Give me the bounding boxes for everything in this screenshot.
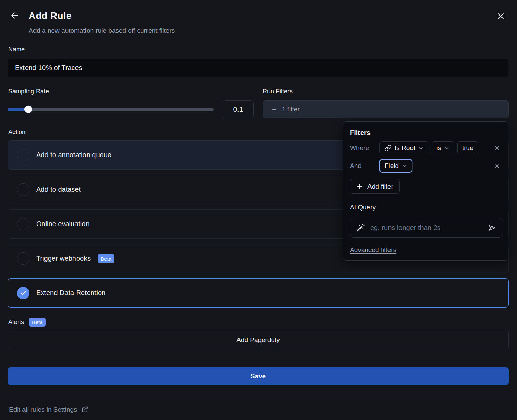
sampling-slider-row: 0.1 — [8, 100, 254, 118]
sampling-rate-label: Sampling Rate — [8, 88, 254, 95]
radio-unchecked[interactable] — [17, 183, 29, 196]
filter-operator-dropdown[interactable]: is — [432, 141, 454, 154]
filter-pills: Field — [379, 159, 412, 173]
remove-filter-button[interactable] — [494, 162, 501, 170]
option-label: Extend Data Retention — [36, 289, 105, 297]
chevron-down-icon — [402, 163, 407, 169]
link-icon — [384, 144, 392, 152]
back-button[interactable] — [10, 11, 21, 20]
send-query-button[interactable] — [487, 223, 497, 232]
filters-title: Filters — [350, 129, 501, 137]
add-filter-label: Add filter — [367, 183, 393, 190]
option-label: Online evaluation — [36, 220, 90, 228]
ai-query-field — [350, 218, 503, 238]
filter-field-value: Is Root — [395, 144, 415, 152]
radio-checked[interactable] — [17, 287, 29, 299]
alerts-header: Alerts Beta — [8, 318, 517, 327]
sampling-section: Sampling Rate 0.1 — [8, 88, 254, 118]
chevron-down-icon — [418, 146, 424, 151]
advanced-filters-link[interactable]: Advanced filters — [350, 246, 396, 254]
x-remove-icon — [494, 144, 501, 151]
filters-popover: Filters Where Is Root is — [343, 121, 508, 261]
filter-row-where: Where Is Root is — [350, 141, 501, 155]
add-pagerduty-button[interactable]: Add Pagerduty — [8, 331, 509, 349]
remove-filter-button[interactable] — [494, 144, 501, 152]
close-icon — [497, 12, 506, 20]
filter-icon — [271, 106, 277, 113]
run-filters-summary: 1 filter — [282, 106, 300, 113]
send-icon — [487, 223, 497, 232]
run-filters-field[interactable]: 1 filter — [263, 100, 509, 118]
close-button[interactable] — [497, 12, 506, 21]
filter-field-dropdown-focused[interactable]: Field — [379, 159, 412, 173]
name-input[interactable] — [8, 59, 509, 77]
option-label: Add to dataset — [36, 186, 81, 193]
beta-badge: Beta — [29, 318, 46, 327]
check-icon — [20, 290, 27, 297]
filter-conjunction: Where — [350, 144, 379, 152]
page-subtitle: Add a new automation rule based off curr… — [29, 27, 517, 34]
page-title: Add Rule — [29, 10, 517, 21]
filter-field-dropdown[interactable]: Is Root — [379, 141, 428, 154]
modal-header: Add Rule Add a new automation rule based… — [0, 0, 517, 34]
filter-conjunction: And — [350, 162, 379, 170]
chevron-down-icon — [444, 146, 449, 151]
filter-field-value: Field — [385, 162, 399, 170]
sampling-filters-row: Sampling Rate 0.1 Run Filters 1 filter — [8, 88, 509, 118]
action-option-extend-retention[interactable]: Extend Data Retention — [8, 278, 509, 308]
name-section: Name — [8, 46, 509, 77]
run-filters-label: Run Filters — [263, 88, 509, 95]
radio-unchecked[interactable] — [17, 149, 29, 161]
sampling-slider[interactable] — [8, 108, 214, 111]
filter-pills: Is Root is true — [379, 141, 478, 154]
modal-footer: Edit all rules in Settings — [0, 399, 517, 420]
wand-icon — [356, 223, 365, 232]
filter-value: true — [462, 144, 474, 152]
slider-thumb[interactable] — [24, 106, 32, 113]
run-filters-section: Run Filters 1 filter — [263, 88, 509, 118]
beta-badge: Beta — [98, 254, 114, 263]
add-filter-button[interactable]: Add filter — [350, 179, 400, 194]
ai-query-label: AI Query — [350, 203, 501, 211]
ai-query-input[interactable] — [370, 224, 482, 232]
radio-unchecked[interactable] — [17, 218, 29, 230]
alerts-label: Alerts — [8, 319, 24, 326]
option-label: Trigger webhooks — [36, 254, 91, 262]
footer-link-label: Edit all rules in Settings — [9, 406, 77, 413]
name-label: Name — [8, 46, 509, 53]
edit-rules-settings-link[interactable]: Edit all rules in Settings — [9, 406, 89, 413]
x-remove-icon — [494, 162, 501, 169]
back-arrow-icon — [10, 11, 21, 20]
add-rule-modal: Add Rule Add a new automation rule based… — [0, 0, 517, 420]
plus-icon — [356, 183, 363, 190]
filter-row-and: And Field — [350, 159, 501, 173]
sampling-rate-value[interactable]: 0.1 — [223, 100, 254, 118]
option-label: Add to annotation queue — [36, 151, 111, 159]
filter-operator-value: is — [436, 144, 441, 152]
filter-value-field[interactable]: true — [457, 141, 478, 154]
save-button[interactable]: Save — [8, 367, 509, 385]
radio-unchecked[interactable] — [17, 252, 29, 265]
external-link-icon — [81, 406, 89, 413]
